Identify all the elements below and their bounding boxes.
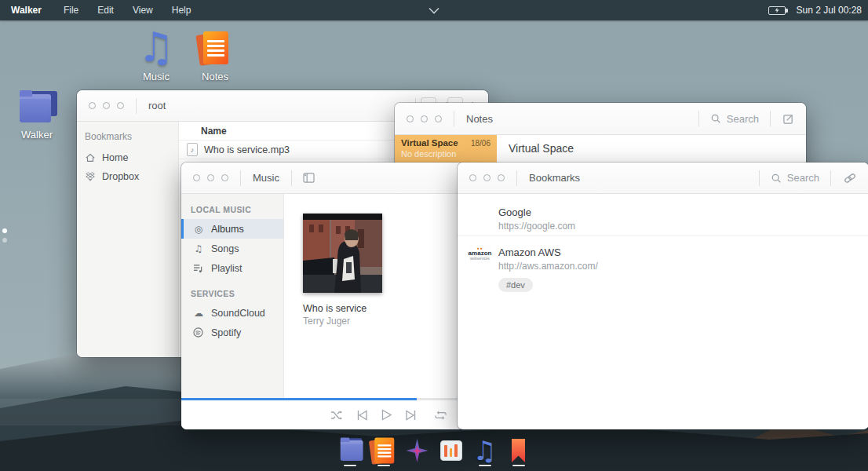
bookmark-url: http://aws.amazon.com/ (498, 261, 598, 272)
note-content-title[interactable]: Virtual Space (509, 142, 574, 155)
window-button[interactable] (221, 174, 228, 181)
desktop-icon-notes[interactable]: Notes (187, 25, 243, 82)
files-app-icon (340, 440, 359, 461)
bookmark-title: Google (498, 206, 575, 218)
window-button[interactable] (483, 174, 491, 181)
player-bar (181, 400, 464, 429)
bookmark-tag[interactable]: #dev (498, 278, 533, 292)
clock[interactable]: Sun 2 Jul 00:28 (797, 5, 862, 16)
bookmarks-window-title: Bookmarks (517, 172, 592, 184)
sidebar-item-home[interactable]: Home (77, 148, 178, 167)
notes-window-title: Notes (454, 113, 505, 125)
section-services: SERVICES (181, 278, 283, 303)
music-sidebar: LOCAL MUSIC ◎ Albums ♫ Songs Playlist SE… (181, 194, 284, 400)
desktop-icon-walker-folder[interactable]: Walker (9, 83, 65, 141)
window-button[interactable] (89, 102, 96, 109)
shuffle-icon (330, 410, 343, 421)
window-button[interactable] (193, 174, 200, 181)
window-button[interactable] (117, 102, 124, 109)
window-button[interactable] (407, 115, 414, 122)
next-button[interactable] (406, 410, 416, 421)
menu-app-name[interactable]: Walker (0, 5, 54, 16)
music-nav-spotify[interactable]: Spotify (181, 323, 283, 342)
files-sidebar-header: Bookmarks (77, 122, 178, 148)
play-button[interactable] (381, 409, 392, 421)
bookmarks-search-input[interactable]: Search (760, 172, 830, 184)
desktop-icon-label: Notes (187, 71, 243, 82)
music-nav-songs[interactable]: ♫ Songs (181, 239, 283, 258)
music-nav-albums[interactable]: ◎ Albums (181, 219, 283, 239)
shuffle-button[interactable] (330, 410, 343, 421)
dock-item-music[interactable]: ♫ (472, 435, 498, 466)
play-icon (381, 409, 392, 421)
note-date: 18/06 (471, 139, 491, 148)
running-indicator (512, 465, 525, 466)
bookmarks-app-icon (512, 439, 525, 462)
window-button[interactable] (207, 174, 214, 181)
dock-item-notes[interactable] (370, 435, 397, 466)
workspace-dot-active[interactable] (2, 228, 7, 233)
audio-file-icon: ♪ (187, 143, 198, 156)
music-window-title: Music (241, 172, 291, 184)
bookmarks-titlebar[interactable]: Bookmarks Search (458, 162, 868, 194)
bookmark-item-google[interactable]: Google https://google.com (458, 200, 868, 236)
music-note-icon: ♫ (138, 30, 175, 64)
divider (458, 236, 868, 236)
window-controls[interactable] (395, 115, 454, 122)
previous-icon (357, 410, 367, 421)
album-artist: Terry Juger (303, 316, 382, 327)
amazon-aws-favicon: ●● amazon webservices (469, 245, 491, 263)
notes-search-input[interactable]: Search (699, 113, 770, 125)
cloud-icon: ☁ (193, 308, 204, 319)
music-nav-playlist[interactable]: Playlist (181, 258, 283, 278)
window-controls[interactable] (77, 102, 136, 109)
window-button[interactable] (498, 174, 505, 181)
repeat-icon (435, 410, 447, 421)
tweaks-app-icon (440, 440, 462, 461)
menu-file[interactable]: File (54, 5, 88, 16)
music-nav-soundcloud[interactable]: ☁ SoundCloud (181, 303, 283, 323)
sidebar-toggle-button[interactable] (292, 173, 326, 183)
dock-item-spark[interactable] (404, 435, 431, 466)
album-card[interactable]: Who is service Terry Juger (303, 214, 382, 327)
notes-icon (202, 31, 228, 64)
menu-view[interactable]: View (123, 5, 162, 16)
spotify-icon (193, 327, 204, 338)
album-art (303, 214, 382, 293)
workspace-dot-inactive[interactable] (2, 238, 7, 243)
sidebar-item-dropbox[interactable]: Dropbox (77, 167, 178, 186)
dock-item-bookmarks[interactable] (505, 435, 532, 466)
previous-button[interactable] (357, 410, 367, 421)
window-button[interactable] (103, 102, 110, 109)
repeat-button[interactable] (435, 410, 447, 421)
dock-item-files[interactable] (337, 435, 363, 466)
add-link-button[interactable] (831, 173, 868, 184)
music-titlebar[interactable]: Music (181, 162, 464, 194)
dropbox-icon (85, 171, 96, 182)
bookmark-item-amazon-aws[interactable]: ●● amazon webservices Amazon AWS http://… (458, 242, 868, 297)
home-icon (85, 152, 96, 163)
battery-icon[interactable] (768, 6, 786, 15)
window-button[interactable] (421, 115, 428, 122)
menu-help[interactable]: Help (162, 5, 201, 16)
window-controls[interactable] (181, 174, 240, 181)
link-icon (844, 173, 856, 184)
note-list-item[interactable]: Virtual Space 18/06 No description (395, 135, 497, 162)
spark-app-icon (407, 439, 429, 462)
search-icon (710, 113, 721, 124)
bookmark-url: https://google.com (498, 221, 575, 232)
desktop-icon-music[interactable]: ♫ Music (128, 25, 184, 82)
new-note-button[interactable] (771, 113, 806, 125)
window-controls[interactable] (458, 174, 516, 181)
window-button[interactable] (469, 174, 476, 181)
window-button[interactable] (435, 115, 442, 122)
menubar: Walker File Edit View Help Sun 2 Jul 00:… (0, 0, 868, 20)
notes-titlebar[interactable]: Notes Search (395, 103, 806, 135)
dock-item-tweaks[interactable] (438, 435, 465, 466)
music-window: Music LOCAL MUSIC ◎ Albums ♫ Songs Playl… (181, 162, 464, 429)
playlist-icon (193, 264, 204, 273)
running-indicator (377, 465, 390, 466)
workspace-indicator[interactable] (2, 228, 7, 247)
chevron-down-icon[interactable] (424, 3, 444, 17)
menu-edit[interactable]: Edit (88, 5, 123, 16)
